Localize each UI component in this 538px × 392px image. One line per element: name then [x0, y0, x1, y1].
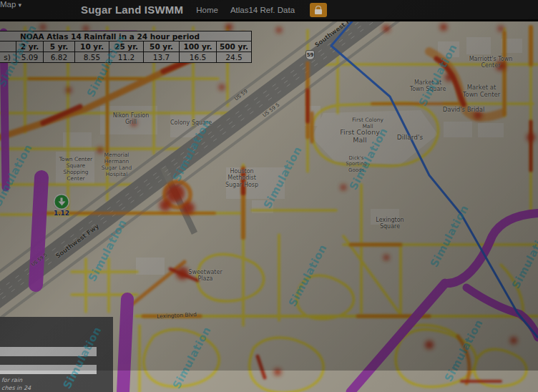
- rainfall-col-25yr: 25 yr.: [109, 41, 144, 52]
- panel-caption-line2: ches in 24: [1, 385, 31, 391]
- marker-value: 1.12: [54, 210, 69, 217]
- lock-button[interactable]: [310, 3, 327, 17]
- download-arrow-icon: [55, 195, 69, 209]
- rainfall-col-50yr: 50 yr.: [144, 41, 180, 52]
- nav-atlas14-ref-data[interactable]: Atlas14 Ref. Data: [230, 6, 295, 14]
- rainfall-col-500yr: 500 yr.: [217, 41, 252, 52]
- rainfall-table-header-row: 2 yr. 5 yr. 10 yr. 25 yr. 50 yr. 100 yr.…: [0, 41, 252, 52]
- map-canvas[interactable]: Nikon Fusion Grill Colony Square Town Ce…: [0, 21, 538, 392]
- rainfall-value-10yr: 8.55: [75, 52, 109, 63]
- map-marker[interactable]: 1.12: [55, 195, 69, 209]
- rainfall-value-100yr: 16.5: [180, 52, 217, 63]
- side-panel: for rain ches in 24: [0, 317, 113, 392]
- panel-caption-line1: for rain: [1, 377, 22, 383]
- rainfall-row-label: s): [0, 52, 16, 63]
- rainfall-value-25yr: 11.2: [109, 52, 144, 63]
- rainfall-table-title: NOAA Atlas 14 Rainfall in a 24 hour peri…: [0, 31, 252, 41]
- nav-home[interactable]: Home: [196, 6, 218, 14]
- rainfall-value-5yr: 6.82: [44, 52, 75, 63]
- rainfall-col-2yr: 2 yr.: [16, 41, 44, 52]
- app-title: Sugar Land ISWMM: [81, 4, 183, 16]
- app-header: Sugar Land ISWMM Home Map▾ Atlas14 Ref. …: [0, 0, 538, 21]
- rainfall-value-2yr: 5.09: [16, 52, 44, 63]
- rainfall-col-5yr: 5 yr.: [44, 41, 75, 52]
- rainfall-value-500yr: 24.5: [217, 52, 252, 63]
- rainfall-col-10yr: 10 yr.: [75, 41, 109, 52]
- rainfall-col-100yr: 100 yr.: [180, 41, 217, 52]
- panel-button-1[interactable]: [0, 347, 97, 356]
- rainfall-col-blank: [0, 41, 16, 52]
- us59-shield-icon: 59: [305, 50, 315, 60]
- rainfall-value-50yr: 13.7: [144, 52, 180, 63]
- rainfall-table: NOAA Atlas 14 Rainfall in a 24 hour peri…: [0, 31, 252, 63]
- panel-button-2[interactable]: [0, 365, 97, 374]
- chevron-down-icon: ▾: [18, 1, 21, 9]
- rainfall-table-value-row: s) 5.09 6.82 8.55 11.2 13.7 16.5 24.5: [0, 52, 252, 63]
- rainfall-table-title-row: NOAA Atlas 14 Rainfall in a 24 hour peri…: [0, 31, 252, 41]
